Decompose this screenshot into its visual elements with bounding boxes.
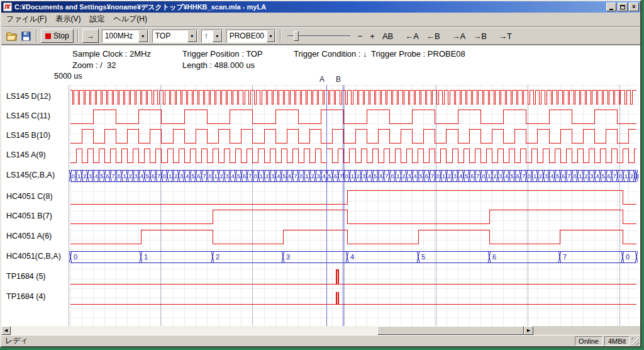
bus-value: 2 <box>584 172 587 179</box>
trigger-edge-select[interactable]: ↑ ▼ <box>201 30 223 43</box>
toolbar-separator <box>36 30 37 42</box>
channel-ls145-c-b-a: 0123456701234567012345670123456701234567… <box>69 170 639 181</box>
goto-a-left-button[interactable]: ←A <box>402 30 422 42</box>
scroll-left-icon[interactable]: ◀ <box>1 326 11 335</box>
bus-value: 6 <box>288 172 291 179</box>
bus-value: 5 <box>282 172 286 179</box>
bus-value: 7 <box>157 172 160 179</box>
channel-label: LS145 D(12) <box>6 92 51 101</box>
bus-value: 1 <box>625 172 628 179</box>
horizontal-scrollbar[interactable]: ◀ ▶ <box>1 326 533 335</box>
bus-value: 6 <box>334 172 337 179</box>
channel-hc4051-b-7 <box>70 210 636 223</box>
bus-value: 4 <box>350 253 354 261</box>
slider-thumb[interactable] <box>294 31 299 41</box>
minimize-icon <box>609 9 613 10</box>
channel-hc4051-c-b-a: 012345670 <box>69 251 638 262</box>
bus-value: 5 <box>191 172 194 179</box>
bus-value: 3 <box>545 172 548 179</box>
chevron-down-icon[interactable]: ▼ <box>267 30 275 42</box>
menu-view[interactable]: 表示(V) <box>51 13 85 26</box>
bus-value: 7 <box>294 172 297 179</box>
maximize-button[interactable] <box>618 3 628 11</box>
bus-value: 2 <box>265 172 269 179</box>
bus-value: 5 <box>601 172 604 179</box>
zoom-slider[interactable] <box>286 29 352 43</box>
run-button[interactable]: → <box>82 29 99 43</box>
ab-button[interactable]: AB <box>379 30 396 42</box>
bus-value: 4 <box>323 172 326 179</box>
minimize-button[interactable] <box>606 3 616 11</box>
scroll-right-icon[interactable]: ▶ <box>524 326 533 335</box>
scrollbar-thumb[interactable] <box>377 326 524 335</box>
channel-tp1684-5 <box>70 270 636 284</box>
channel-label: HC4051 C(8) <box>6 192 53 201</box>
channel-ls145-c-11 <box>70 110 636 123</box>
bus-value: 7 <box>248 172 252 179</box>
chevron-down-icon[interactable]: ▼ <box>187 30 197 42</box>
bus-value: 3 <box>316 172 319 179</box>
bus-value: 2 <box>83 172 86 179</box>
channel-label: TP1684 (4) <box>6 292 46 301</box>
bus-value: 3 <box>408 172 411 179</box>
close-button[interactable]: × <box>629 3 639 11</box>
stop-button[interactable]: Stop <box>41 29 74 43</box>
channel-label: HC4051 B(7) <box>6 212 52 220</box>
bus-value: 7 <box>522 172 525 179</box>
stop-label: Stop <box>53 31 69 40</box>
stop-icon <box>45 33 51 39</box>
bus-value: 0 <box>74 253 77 261</box>
bus-value: 7 <box>563 253 567 261</box>
bus-value: 4 <box>459 172 462 179</box>
goto-trigger-button[interactable]: →T <box>496 30 515 42</box>
menu-settings[interactable]: 設定 <box>85 13 109 26</box>
bus-value: 5 <box>328 172 331 179</box>
bus-value: 4 <box>550 172 553 179</box>
bus-value: 3 <box>135 172 138 179</box>
bus-value: 4 <box>94 172 97 179</box>
menubar: ファイル(F) 表示(V) 設定 ヘルプ(H) <box>1 13 640 27</box>
bus-value: 7 <box>340 172 343 179</box>
zoom-in-button[interactable]: + <box>367 30 378 42</box>
bus-value: 3 <box>286 253 290 261</box>
app-icon[interactable] <box>3 3 13 11</box>
goto-a-right-button[interactable]: →A <box>449 30 469 42</box>
bus-value: 4 <box>231 172 235 179</box>
bus-value: 3 <box>499 172 502 179</box>
cursor-b-label: B <box>336 75 341 84</box>
bus-value: 7 <box>613 172 616 179</box>
bus-value: 3 <box>362 172 365 179</box>
titlebar[interactable]: C:¥Documents and Settings¥noname¥デスクトップ¥… <box>1 1 640 13</box>
chevron-down-icon[interactable]: ▼ <box>213 30 222 42</box>
bus-value: 7 <box>203 172 206 179</box>
bus-value: 3 <box>636 172 639 179</box>
bus-value: 3 <box>453 172 457 179</box>
goto-b-right-button[interactable]: →B <box>470 30 490 42</box>
zoom-out-button[interactable]: − <box>355 30 366 42</box>
grid-minor <box>69 85 638 326</box>
bus-value: 2 <box>402 172 405 179</box>
menu-help[interactable]: ヘルプ(H) <box>109 13 152 26</box>
save-button[interactable] <box>19 29 33 43</box>
bus-value: 6 <box>197 172 200 179</box>
trigger-position-select[interactable]: TOP ▼ <box>152 30 197 43</box>
bus-value: 0 <box>117 172 120 179</box>
bus-value: 4 <box>140 172 143 179</box>
chevron-down-icon[interactable]: ▼ <box>138 30 148 42</box>
bus-value: 7 <box>111 172 114 179</box>
goto-b-left-button[interactable]: ←B <box>423 30 443 42</box>
bus-value: 1 <box>579 172 582 179</box>
bus-value: 0 <box>528 172 531 179</box>
menu-file[interactable]: ファイル(F) <box>2 13 51 26</box>
waveform-area[interactable]: Sample Clock : 2MHz Trigger Position : T… <box>1 45 640 326</box>
bus-value: 7 <box>567 172 570 179</box>
bus-value: 0 <box>299 172 303 179</box>
resize-grip[interactable] <box>631 337 639 345</box>
sample-clock-select[interactable]: 100MHz ▼ <box>102 30 148 43</box>
bus-value: 2 <box>630 172 633 179</box>
bus-value: 4 <box>277 172 280 179</box>
trigger-probe-select[interactable]: PROBE00 ▼ <box>226 30 275 43</box>
bus-value: 2 <box>128 172 131 179</box>
open-file-button[interactable] <box>4 29 18 43</box>
bus-value: 3 <box>180 172 183 179</box>
